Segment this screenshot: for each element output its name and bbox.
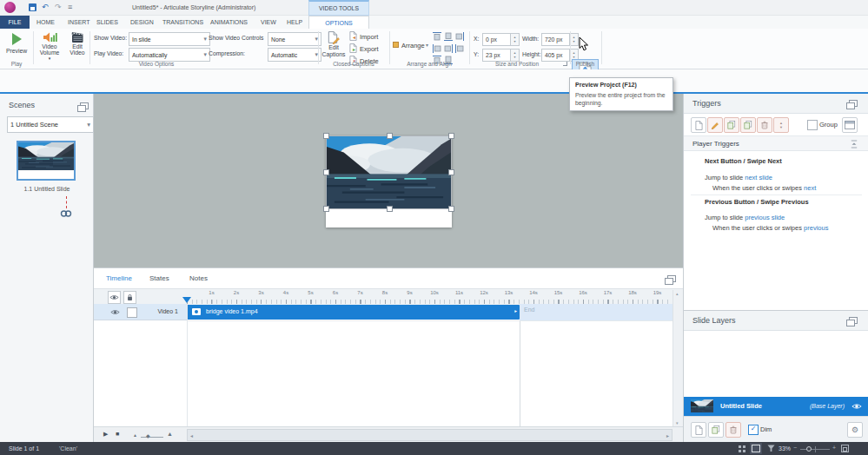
new-layer-button[interactable]	[691, 422, 706, 438]
preview-play-button[interactable]: Preview	[2, 31, 31, 54]
trigger-condition-link[interactable]: previous	[804, 224, 828, 232]
timeline-zoom-slider[interactable]	[141, 437, 163, 438]
play-video-dropdown[interactable]: Automatically ▾	[129, 48, 210, 62]
show-video-dropdown[interactable]: In slide ▾	[129, 32, 210, 46]
tab-notes[interactable]: Notes	[189, 274, 208, 282]
slide-thumbnail[interactable]	[17, 141, 76, 181]
align-right-icon[interactable]	[454, 31, 465, 42]
compression-dropdown[interactable]: Automatic ▾	[268, 48, 321, 62]
link-icon[interactable]	[60, 210, 72, 217]
video-object[interactable]	[327, 136, 451, 208]
trigger-panel-view-button[interactable]	[842, 117, 858, 133]
base-layer-row[interactable]: Untitled Slide (Base Layer)	[684, 397, 868, 416]
zoom-out-button[interactable]: −	[793, 445, 797, 451]
zoom-slider-knob[interactable]	[806, 446, 812, 452]
import-captions-button[interactable]: ◂ Import	[349, 31, 386, 42]
slide-canvas[interactable]	[94, 94, 683, 267]
storyline-logo[interactable]	[4, 2, 16, 13]
tab-timeline[interactable]: Timeline	[106, 274, 132, 282]
tab-file[interactable]: FILE	[0, 16, 30, 29]
grid-view-button[interactable]	[739, 445, 745, 452]
show-all-button[interactable]	[108, 291, 121, 304]
trigger-title[interactable]: Next Button / Swipe Next	[705, 157, 782, 165]
selection-handle-nw[interactable]	[323, 133, 329, 139]
selection-handle-se[interactable]	[448, 206, 454, 212]
tab-insert[interactable]: INSERT	[68, 16, 90, 29]
export-captions-button[interactable]: ▸ Export	[349, 43, 386, 54]
selection-handle-n[interactable]	[387, 133, 393, 139]
trigger-reorder-spinner[interactable]: ▲ ▼	[773, 117, 789, 133]
preview-filter-icon[interactable]	[767, 445, 775, 452]
trigger-condition[interactable]: When the user clicks or swipes next	[712, 184, 816, 192]
paste-trigger-button[interactable]	[740, 117, 756, 133]
x-spinner[interactable]: ▲▼	[510, 33, 520, 46]
trigger-condition-link[interactable]: next	[804, 184, 816, 192]
edit-video-button[interactable]: Edit Video	[66, 31, 89, 56]
timeline-play-button[interactable]: ▶	[103, 431, 108, 438]
y-spinner[interactable]: ▲▼	[510, 49, 520, 62]
edit-trigger-button[interactable]	[707, 117, 723, 133]
float-panel-icon[interactable]	[849, 317, 858, 324]
align-left-icon[interactable]	[432, 43, 442, 54]
playhead-icon[interactable]	[182, 297, 191, 303]
timeline-horizontal-scrollbar[interactable]: ◂ ▸	[187, 429, 673, 441]
scroll-up-icon[interactable]: ▴	[676, 291, 679, 296]
video-clip-bar[interactable]: bridge video 1.mp4 ▸	[187, 305, 520, 320]
trigger-action[interactable]: Jump to slide previous slide	[705, 214, 785, 221]
distribute-horizontal-icon[interactable]	[454, 43, 465, 54]
move-down-icon[interactable]: ▼	[779, 125, 783, 129]
lock-all-button[interactable]	[123, 291, 136, 304]
edit-captions-button[interactable]: Edit Captions	[321, 31, 347, 58]
video-volume-button[interactable]: Video Volume ▾	[36, 31, 63, 61]
selection-handle-e[interactable]	[448, 169, 454, 175]
timeline-stop-button[interactable]: ■	[116, 431, 119, 437]
zoom-percent-label[interactable]: 33%	[779, 445, 791, 452]
float-panel-icon[interactable]	[667, 275, 676, 282]
save-button[interactable]	[29, 3, 36, 11]
qat-customize-button[interactable]: ≡	[68, 1, 72, 13]
arrange-button[interactable]: Arrange ▾	[393, 39, 429, 51]
slide-view-button[interactable]	[750, 443, 762, 454]
selection-handle-w[interactable]	[323, 169, 329, 175]
tab-help[interactable]: HELP	[287, 16, 302, 29]
timeline-row-left[interactable]: Video 1	[94, 304, 187, 320]
tab-home[interactable]: HOME	[36, 16, 55, 29]
align-middle-icon[interactable]	[443, 43, 454, 54]
scroll-left-icon[interactable]: ◂	[190, 432, 193, 439]
tab-animations[interactable]: ANIMATIONS	[210, 16, 248, 29]
eye-icon[interactable]	[110, 309, 120, 315]
dim-checkbox[interactable]: ✓	[748, 425, 759, 435]
eye-icon[interactable]	[851, 403, 862, 410]
trigger-action-link[interactable]: next slide	[745, 174, 772, 181]
size-position-dialog-launcher[interactable]	[563, 62, 567, 66]
float-panel-icon[interactable]	[80, 102, 89, 109]
timeline-zoom-knob[interactable]: ◆	[146, 432, 150, 439]
show-video-controls-dropdown[interactable]: None ▾	[268, 32, 321, 46]
trigger-action[interactable]: Jump to slide next slide	[705, 174, 772, 181]
trigger-condition[interactable]: When the user clicks or swipes previous	[712, 224, 828, 232]
selection-handle-s[interactable]	[387, 206, 393, 212]
scroll-right-icon[interactable]: ▸	[666, 432, 669, 439]
float-panel-icon[interactable]	[849, 100, 858, 107]
align-bottom-icon[interactable]	[443, 31, 454, 42]
create-trigger-button[interactable]	[691, 117, 706, 133]
contextual-tab-video-tools[interactable]: VIDEO TOOLS	[308, 0, 369, 16]
scroll-down-icon[interactable]: ▾	[676, 420, 679, 425]
selection-handle-sw[interactable]	[323, 206, 329, 212]
tab-states[interactable]: States	[149, 274, 169, 282]
timeline-vertical-scrollbar[interactable]: ▴ ▾	[673, 290, 683, 426]
row-lock-checkbox[interactable]	[127, 307, 137, 318]
copy-trigger-button[interactable]	[724, 117, 739, 133]
tab-slides[interactable]: SLIDES	[96, 16, 118, 29]
group-checkbox[interactable]	[807, 120, 818, 130]
delete-trigger-button[interactable]	[757, 117, 772, 133]
duplicate-layer-button[interactable]	[708, 422, 724, 438]
redo-button[interactable]: ↷	[55, 1, 62, 13]
selection-handle-ne[interactable]	[448, 133, 454, 139]
fit-to-window-button[interactable]	[841, 445, 849, 452]
tab-transitions[interactable]: TRANSITIONS	[162, 16, 203, 29]
delete-layer-button[interactable]	[726, 422, 741, 438]
tab-view[interactable]: VIEW	[261, 16, 276, 29]
undo-button[interactable]: ↶	[42, 1, 49, 13]
scene-selector-dropdown[interactable]: 1 Untitled Scene ▾	[7, 116, 94, 133]
